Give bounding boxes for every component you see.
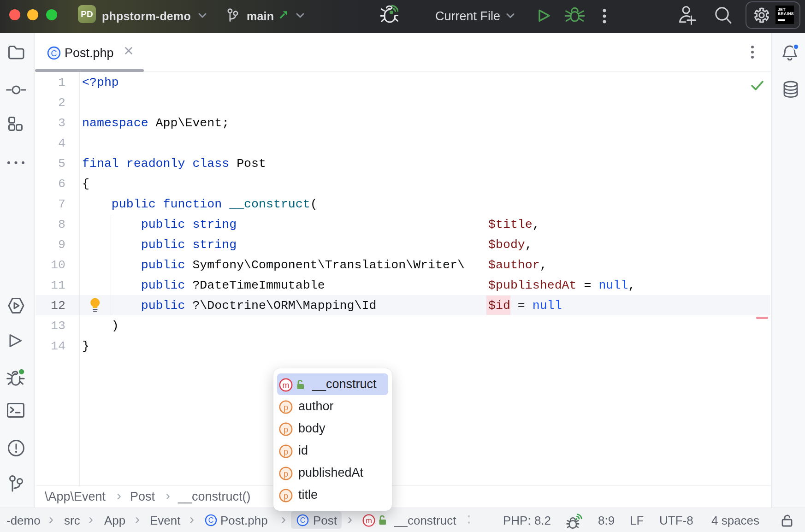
svg-text:C: C (51, 49, 57, 58)
svg-text:C: C (300, 516, 306, 524)
svg-text:p: p (284, 425, 288, 434)
svg-text:m: m (366, 516, 372, 525)
svg-text:p: p (284, 403, 288, 412)
svg-text:p: p (284, 491, 288, 501)
svg-text:p: p (284, 447, 288, 456)
svg-text:BRAINS: BRAINS (778, 11, 794, 16)
svg-text:C: C (208, 516, 214, 524)
svg-text:p: p (284, 469, 288, 479)
svg-text:m: m (283, 381, 290, 390)
